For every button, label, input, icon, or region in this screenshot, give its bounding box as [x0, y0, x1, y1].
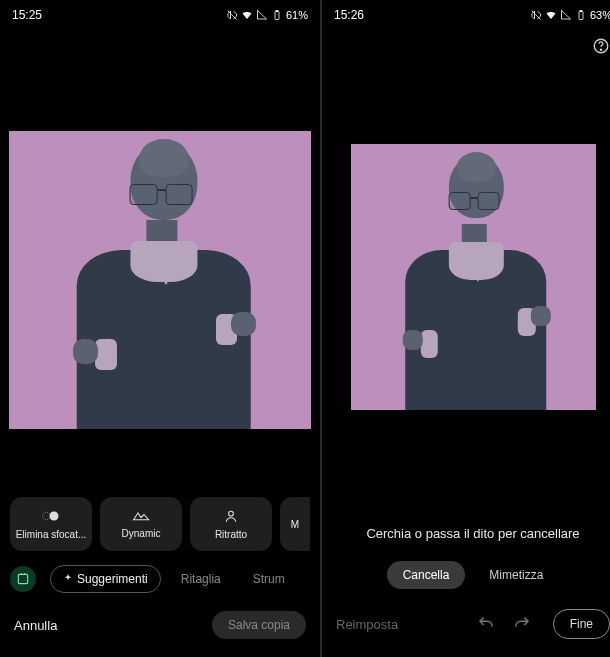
tab-tools[interactable]: Strum [241, 566, 297, 592]
status-icons: 63% [530, 9, 610, 21]
help-icon[interactable] [592, 37, 610, 59]
chip-label: M [291, 519, 299, 530]
reset-button[interactable]: Reimposta [336, 617, 398, 632]
clock: 15:26 [334, 8, 364, 22]
cancel-button[interactable]: Annulla [14, 618, 57, 633]
svg-rect-5 [18, 574, 27, 583]
tab-suggestions[interactable]: Suggerimenti [50, 565, 161, 593]
photo-preview[interactable] [322, 66, 610, 510]
save-copy-button[interactable]: Salva copia [212, 611, 306, 639]
svg-point-9 [600, 49, 601, 50]
svg-rect-7 [580, 11, 582, 12]
bottom-actions: Annulla Salva copia [0, 601, 320, 657]
status-icons: 61% [226, 9, 308, 21]
chip-unblur[interactable]: Elimina sfocat... [10, 497, 92, 551]
wifi-icon [241, 9, 253, 21]
tab-crop[interactable]: Ritaglia [169, 566, 233, 592]
chip-label: Ritratto [215, 529, 247, 540]
instruction-text: Cerchia o passa il dito per cancellare [322, 510, 610, 541]
wifi-icon [545, 9, 557, 21]
vibrate-icon [226, 9, 238, 21]
redo-icon[interactable] [513, 614, 531, 634]
editor-tabs: Suggerimenti Ritaglia Strum [0, 557, 320, 601]
chip-more[interactable]: M [280, 497, 310, 551]
vibrate-icon [530, 9, 542, 21]
portrait-icon [224, 509, 238, 525]
svg-point-4 [229, 511, 234, 516]
battery-percent: 63% [590, 9, 610, 21]
clock: 15:25 [12, 8, 42, 22]
svg-rect-0 [275, 12, 279, 20]
signal-icon [560, 9, 572, 21]
photo-canvas [9, 131, 311, 429]
tab-label: Suggerimenti [77, 572, 148, 586]
svg-point-3 [50, 511, 59, 520]
sparkle-icon [63, 572, 73, 586]
magic-icon[interactable] [10, 566, 36, 592]
signal-icon [256, 9, 268, 21]
suggestion-chips: Elimina sfocat... Dynamic Ritratto M [0, 487, 320, 557]
chip-label: Dynamic [122, 528, 161, 539]
svg-point-2 [43, 512, 51, 520]
mode-selector: Cancella Mimetizza [322, 541, 610, 597]
dynamic-icon [132, 510, 150, 524]
mode-camouflage[interactable]: Mimetizza [473, 561, 559, 589]
done-button[interactable]: Fine [553, 609, 610, 639]
screen-magic-eraser: 15:26 63% [322, 0, 610, 657]
svg-rect-6 [579, 12, 583, 20]
battery-percent: 61% [286, 9, 308, 21]
undo-icon[interactable] [477, 614, 495, 634]
battery-icon [575, 9, 587, 21]
chip-label: Elimina sfocat... [16, 529, 87, 540]
battery-icon [271, 9, 283, 21]
mode-erase[interactable]: Cancella [387, 561, 466, 589]
header [322, 30, 610, 66]
status-bar: 15:25 61% [0, 0, 320, 30]
unblur-icon [42, 509, 60, 525]
svg-rect-1 [276, 11, 278, 12]
chip-portrait[interactable]: Ritratto [190, 497, 272, 551]
photo-canvas [351, 144, 596, 410]
photo-preview[interactable] [0, 30, 320, 487]
status-bar: 15:26 63% [322, 0, 610, 30]
bottom-actions: Reimposta Fine [322, 597, 610, 657]
chip-dynamic[interactable]: Dynamic [100, 497, 182, 551]
screen-editor: 15:25 61% [0, 0, 320, 657]
